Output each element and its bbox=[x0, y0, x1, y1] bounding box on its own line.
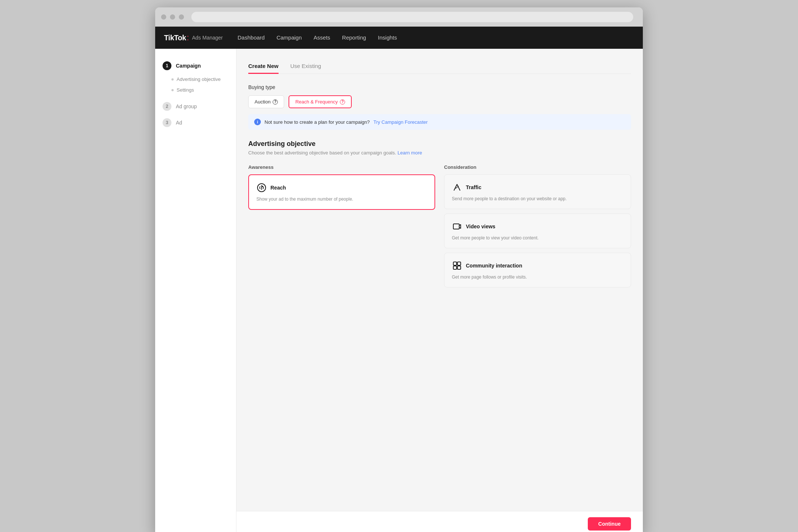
traffic-card-desc: Send more people to a destination on you… bbox=[452, 195, 623, 202]
traffic-icon bbox=[452, 182, 462, 192]
reach-frequency-info-icon[interactable]: ? bbox=[340, 99, 345, 105]
reach-icon bbox=[256, 183, 267, 193]
advertising-objective-section: Advertising objective Choose the best ad… bbox=[248, 140, 631, 292]
nav-links: Dashboard Campaign Assets Reporting Insi… bbox=[238, 34, 397, 41]
logo-adsmanager: Ads Manager bbox=[192, 35, 223, 41]
reach-card-desc: Show your ad to the maximum number of pe… bbox=[256, 196, 427, 202]
svg-rect-2 bbox=[453, 262, 457, 265]
content-area: Create New Use Existing Buying type Auct… bbox=[236, 49, 643, 511]
info-banner: i Not sure how to create a plan for your… bbox=[248, 114, 631, 130]
info-banner-text: Not sure how to create a plan for your c… bbox=[265, 119, 370, 125]
obj-cols: Awareness bbox=[248, 164, 631, 292]
sidebar-sub-label-1: Advertising objective bbox=[177, 76, 221, 82]
nav-item-dashboard[interactable]: Dashboard bbox=[238, 34, 265, 41]
nav-link-reporting[interactable]: Reporting bbox=[342, 34, 366, 41]
nav-item-assets[interactable]: Assets bbox=[314, 34, 330, 41]
obj-card-traffic[interactable]: Traffic Send more people to a destinatio… bbox=[444, 174, 631, 209]
community-interaction-card-header: Community interaction bbox=[452, 260, 623, 271]
tab-create-new[interactable]: Create New bbox=[248, 59, 279, 74]
video-views-card-desc: Get more people to view your video conte… bbox=[452, 235, 623, 241]
reach-frequency-label: Reach & Frequency bbox=[295, 99, 338, 105]
nav-link-dashboard[interactable]: Dashboard bbox=[238, 34, 265, 41]
nav-item-reporting[interactable]: Reporting bbox=[342, 34, 366, 41]
continue-button[interactable]: Continue bbox=[588, 517, 631, 531]
nav-link-campaign[interactable]: Campaign bbox=[276, 34, 301, 41]
reach-frequency-button[interactable]: Reach & Frequency ? bbox=[289, 95, 352, 108]
sidebar-item-campaign[interactable]: 1 Campaign bbox=[155, 58, 236, 74]
sidebar-campaign-label: Campaign bbox=[176, 63, 201, 69]
obj-desc-text: Choose the best advertising objective ba… bbox=[248, 150, 396, 156]
top-nav: TikTok : Ads Manager Dashboard Campaign … bbox=[155, 27, 643, 49]
browser-dot-yellow bbox=[170, 14, 175, 20]
buying-type-label: Buying type bbox=[248, 84, 631, 90]
logo-dot: : bbox=[187, 33, 189, 42]
obj-card-community-interaction[interactable]: Community interaction Get more page foll… bbox=[444, 253, 631, 287]
learn-more-link[interactable]: Learn more bbox=[398, 150, 422, 156]
tab-bar: Create New Use Existing bbox=[248, 59, 631, 74]
reach-card-header: Reach bbox=[256, 183, 427, 193]
consideration-label: Consideration bbox=[444, 164, 631, 170]
browser-dot-red bbox=[161, 14, 166, 20]
svg-rect-1 bbox=[453, 224, 459, 229]
video-views-card-title: Video views bbox=[466, 224, 495, 229]
logo-tiktok: TikTok bbox=[164, 34, 186, 42]
info-banner-icon: i bbox=[254, 119, 261, 125]
obj-card-reach[interactable]: Reach Show your ad to the maximum number… bbox=[248, 174, 435, 210]
campaign-forecaster-link[interactable]: Try Campaign Forecaster bbox=[374, 119, 428, 125]
browser-addressbar bbox=[191, 12, 633, 22]
nav-item-campaign[interactable]: Campaign bbox=[276, 34, 301, 41]
community-interaction-card-title: Community interaction bbox=[466, 263, 522, 269]
community-interaction-card-desc: Get more page follows or profile visits. bbox=[452, 274, 623, 280]
video-views-icon bbox=[452, 221, 462, 232]
browser-window: TikTok : Ads Manager Dashboard Campaign … bbox=[155, 7, 643, 532]
sidebar-sub-advertising-objective[interactable]: Advertising objective bbox=[155, 74, 236, 85]
sidebar: 1 Campaign Advertising objective Setting… bbox=[155, 49, 236, 532]
sidebar-item-ad[interactable]: 3 Ad bbox=[155, 115, 236, 131]
sidebar-ad-label: Ad bbox=[176, 120, 182, 126]
sidebar-sub-settings[interactable]: Settings bbox=[155, 85, 236, 95]
obj-section-title: Advertising objective bbox=[248, 140, 631, 148]
nav-link-assets[interactable]: Assets bbox=[314, 34, 330, 41]
sidebar-step-3: 3 bbox=[163, 118, 171, 127]
nav-item-insights[interactable]: Insights bbox=[378, 34, 397, 41]
svg-rect-4 bbox=[453, 266, 457, 269]
buying-type-row: Auction ? Reach & Frequency ? bbox=[248, 95, 631, 108]
auction-button[interactable]: Auction ? bbox=[248, 95, 284, 108]
browser-dot-green bbox=[179, 14, 184, 20]
reach-card-title: Reach bbox=[270, 185, 286, 191]
main-layout: 1 Campaign Advertising objective Setting… bbox=[155, 49, 643, 532]
continue-bar: Continue bbox=[236, 511, 643, 532]
obj-section-desc: Choose the best advertising objective ba… bbox=[248, 150, 631, 156]
sidebar-adgroup-label: Ad group bbox=[176, 103, 197, 109]
svg-rect-3 bbox=[457, 262, 461, 265]
obj-card-video-views[interactable]: Video views Get more people to view your… bbox=[444, 214, 631, 248]
traffic-card-title: Traffic bbox=[466, 184, 481, 190]
logo-area: TikTok : Ads Manager bbox=[164, 33, 223, 42]
awareness-label: Awareness bbox=[248, 164, 435, 170]
sidebar-sub-label-2: Settings bbox=[177, 87, 194, 93]
sidebar-item-adgroup[interactable]: 2 Ad group bbox=[155, 98, 236, 115]
content-wrapper: Create New Use Existing Buying type Auct… bbox=[236, 49, 643, 532]
auction-info-icon[interactable]: ? bbox=[273, 99, 278, 105]
auction-label: Auction bbox=[255, 99, 270, 105]
consideration-col: Consideration bbox=[444, 164, 631, 292]
nav-link-insights[interactable]: Insights bbox=[378, 34, 397, 41]
awareness-col: Awareness bbox=[248, 164, 435, 292]
sidebar-sub-dot-1 bbox=[171, 78, 174, 81]
sidebar-sub-dot-2 bbox=[171, 89, 174, 91]
community-interaction-icon bbox=[452, 260, 462, 271]
tab-use-existing[interactable]: Use Existing bbox=[290, 59, 321, 74]
video-views-card-header: Video views bbox=[452, 221, 623, 232]
svg-rect-5 bbox=[457, 266, 461, 269]
sidebar-step-2: 2 bbox=[163, 102, 171, 111]
traffic-card-header: Traffic bbox=[452, 182, 623, 192]
browser-chrome bbox=[155, 7, 643, 27]
sidebar-step-1: 1 bbox=[163, 61, 171, 70]
